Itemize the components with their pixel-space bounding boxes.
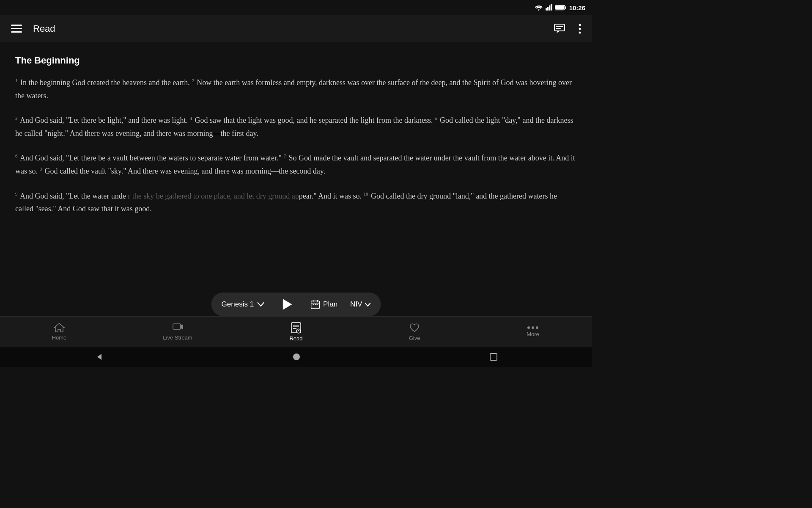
player-plan-button[interactable]: Plan — [302, 300, 346, 309]
svg-rect-7 — [11, 25, 22, 26]
more-vertical-icon — [579, 24, 581, 34]
player-chapter-selector[interactable]: Genesis 1 — [222, 300, 273, 309]
more-nav-label: More — [527, 331, 539, 337]
verse-num-5: 5 — [435, 116, 437, 121]
more-nav-icon — [527, 326, 538, 329]
battery-icon — [555, 5, 567, 11]
svg-rect-1 — [547, 7, 549, 11]
svg-marker-37 — [97, 354, 102, 360]
verse-block-2: 3 And God said, "Let there be light," an… — [15, 114, 577, 140]
read-nav-icon — [291, 322, 302, 334]
verse-num-10: 10 — [364, 191, 368, 196]
menu-button[interactable] — [8, 22, 25, 36]
version-chevron-icon — [365, 303, 370, 306]
app-bar: Read — [0, 15, 592, 42]
verse-num-3: 3 — [15, 116, 18, 121]
svg-rect-23 — [315, 304, 316, 305]
player-version-selector[interactable]: NIV — [346, 300, 370, 309]
nav-livestream[interactable]: Live Stream — [118, 319, 237, 344]
give-nav-label: Give — [409, 335, 420, 341]
player-version-label: NIV — [350, 300, 362, 309]
svg-rect-11 — [555, 25, 564, 30]
app-bar-left: Read — [8, 22, 55, 36]
nav-read[interactable]: Read — [237, 318, 355, 345]
read-nav-label: Read — [289, 335, 302, 342]
svg-rect-39 — [490, 353, 497, 360]
verse-num-6: 6 — [15, 153, 18, 158]
nav-more[interactable]: More — [474, 323, 592, 341]
svg-point-14 — [579, 24, 581, 26]
wifi-icon — [535, 4, 543, 11]
content-area: The Beginning 1 In the beginning God cre… — [0, 42, 592, 316]
verse-num-7: 7 — [283, 153, 286, 158]
verse-num-4: 4 — [190, 116, 192, 121]
android-back-button[interactable] — [78, 348, 120, 365]
nav-home[interactable]: Home — [0, 319, 118, 344]
svg-rect-10 — [554, 24, 565, 31]
player-plan-label: Plan — [323, 300, 337, 309]
svg-rect-8 — [11, 28, 22, 29]
android-home-button[interactable] — [275, 348, 318, 365]
svg-marker-26 — [181, 324, 183, 329]
more-button[interactable] — [576, 21, 584, 36]
svg-rect-6 — [555, 6, 564, 9]
home-circle-icon — [292, 353, 301, 361]
verse-num-2: 2 — [192, 78, 194, 83]
svg-rect-5 — [565, 6, 566, 9]
home-nav-label: Home — [52, 334, 67, 341]
svg-rect-22 — [313, 304, 314, 305]
bottom-nav: Home Live Stream Read — [0, 316, 592, 347]
player-bar: Genesis 1 Plan NIV — [211, 293, 381, 316]
verse-block-3: 6 And God said, "Let there be a vault be… — [15, 152, 577, 177]
status-time: 10:26 — [569, 4, 585, 11]
android-recents-button[interactable] — [473, 349, 514, 365]
svg-point-15 — [579, 28, 581, 30]
status-bar: 10:26 — [0, 0, 592, 15]
svg-point-36 — [536, 326, 538, 329]
svg-point-38 — [293, 353, 300, 360]
chapter-title: The Beginning — [15, 55, 577, 66]
app-bar-right — [551, 21, 584, 36]
give-nav-icon — [409, 322, 420, 333]
verse-num-8: 8 — [40, 166, 42, 171]
svg-point-34 — [527, 326, 530, 329]
svg-point-16 — [579, 32, 581, 34]
verse-block-4: 9 And God said, "Let the water unde r th… — [15, 190, 577, 215]
status-icons: 10:26 — [535, 4, 585, 11]
svg-rect-9 — [11, 31, 22, 33]
comment-icon — [554, 24, 565, 34]
svg-rect-12 — [556, 26, 563, 27]
svg-rect-24 — [316, 304, 318, 305]
back-icon — [95, 353, 103, 361]
home-nav-icon — [54, 323, 65, 333]
calendar-icon — [310, 300, 320, 309]
nav-give[interactable]: Give — [355, 319, 474, 345]
svg-rect-0 — [546, 8, 547, 10]
android-nav-bar — [0, 347, 592, 367]
svg-rect-13 — [556, 28, 561, 29]
comment-button[interactable] — [551, 21, 568, 36]
svg-rect-2 — [549, 6, 550, 11]
square-icon — [490, 353, 497, 361]
svg-rect-25 — [173, 324, 181, 329]
play-button[interactable] — [272, 299, 302, 310]
svg-marker-17 — [283, 299, 292, 310]
svg-rect-3 — [551, 4, 552, 11]
play-icon — [283, 299, 292, 310]
verse-block-1: 1 In the beginning God created the heave… — [15, 76, 577, 102]
signal-icon — [546, 4, 552, 11]
livestream-nav-icon — [172, 323, 183, 333]
menu-icon — [11, 25, 22, 33]
page-title: Read — [33, 23, 55, 34]
svg-point-35 — [532, 326, 534, 329]
livestream-nav-label: Live Stream — [163, 334, 192, 341]
player-chapter-label: Genesis 1 — [222, 300, 254, 309]
chevron-down-icon — [257, 302, 264, 306]
verse-num-1: 1 — [15, 78, 18, 83]
verse-num-9: 9 — [15, 191, 18, 196]
